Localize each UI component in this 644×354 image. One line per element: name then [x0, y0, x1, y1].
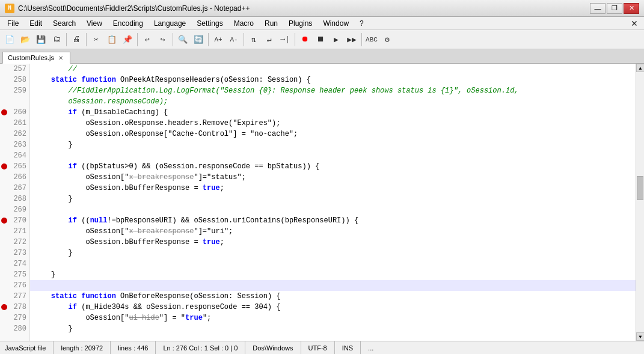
- menu-run[interactable]: Run: [260, 18, 283, 29]
- line-number-row: 280: [0, 323, 29, 334]
- tb-zoom-in[interactable]: A+: [211, 32, 225, 47]
- menu-help[interactable]: ?: [355, 18, 369, 29]
- tb-open[interactable]: 📂: [18, 32, 32, 47]
- line-number-row: 271: [0, 226, 29, 237]
- menu-encoding[interactable]: Encoding: [108, 18, 148, 29]
- tb-new[interactable]: 📄: [2, 32, 17, 47]
- breakpoint-dot: [1, 163, 7, 169]
- tb-play-x[interactable]: ▶▶: [345, 32, 359, 47]
- line-number-row: 258: [0, 75, 29, 85]
- line-number-row: 268: [0, 194, 29, 204]
- menu-close-x[interactable]: ✕: [627, 19, 642, 28]
- code-line: //FiddlerApplication.Log.LogFormat("Sess…: [30, 85, 636, 96]
- menu-view[interactable]: View: [82, 18, 107, 29]
- line-number: 279: [8, 314, 30, 322]
- tb-extra[interactable]: ⚙: [380, 32, 394, 47]
- tb-play[interactable]: ▶: [329, 32, 343, 47]
- tab-close-button[interactable]: ✕: [57, 53, 65, 62]
- menu-search[interactable]: Search: [48, 18, 81, 29]
- code-line: oSession.bBufferResponse = true;: [30, 237, 636, 248]
- line-number: 277: [8, 292, 30, 301]
- scroll-up-button[interactable]: ▲: [636, 64, 644, 72]
- tb-redo[interactable]: ↪: [156, 32, 170, 47]
- code-line: //: [30, 64, 636, 75]
- minimize-button[interactable]: —: [590, 3, 606, 14]
- scroll-track[interactable]: [636, 72, 644, 332]
- tb-print[interactable]: 🖨: [69, 32, 84, 47]
- tb-record[interactable]: ⏺: [298, 32, 312, 47]
- tb-indent[interactable]: →|: [278, 32, 292, 47]
- tb-sep5: [208, 33, 209, 46]
- menu-language[interactable]: Language: [149, 18, 191, 29]
- code-line: oSession["x-breakresponse"]="status";: [30, 172, 636, 183]
- tb-spell[interactable]: ABC: [364, 32, 379, 47]
- menu-window[interactable]: Window: [318, 18, 354, 29]
- line-number: 271: [8, 227, 30, 236]
- tb-sep8: [361, 33, 362, 46]
- line-number-row: 257: [0, 64, 29, 75]
- tb-saveall[interactable]: 🗂: [49, 32, 64, 47]
- line-number-row: 278: [0, 302, 29, 313]
- vertical-scrollbar[interactable]: ▲ ▼: [636, 64, 644, 341]
- line-number: 257: [8, 65, 30, 73]
- tb-save[interactable]: 💾: [34, 32, 48, 47]
- line-number: 270: [8, 216, 30, 225]
- line-number: 274: [8, 260, 30, 268]
- status-filetype: JavaScript file: [5, 341, 54, 354]
- tb-stop[interactable]: ⏹: [313, 32, 328, 47]
- line-number-row: 263: [0, 139, 29, 150]
- breakpoint-dot: [1, 304, 7, 310]
- status-lines: lines : 446: [111, 341, 156, 354]
- line-number: 276: [8, 281, 30, 290]
- menu-file[interactable]: File: [2, 18, 23, 29]
- tab-customrules[interactable]: CustomRules.js ✕: [2, 52, 70, 64]
- tb-sep3: [137, 33, 138, 46]
- line-number-row: 262: [0, 129, 29, 139]
- scroll-down-button[interactable]: ▼: [636, 332, 644, 341]
- code-line: oSession.oResponse.headers.Remove("Expir…: [30, 118, 636, 129]
- line-number-row: 261: [0, 118, 29, 129]
- tb-copy[interactable]: 📋: [105, 32, 119, 47]
- line-number: 263: [8, 141, 30, 149]
- line-number: 275: [8, 270, 30, 279]
- code-line: [30, 204, 636, 215]
- breakpoint-marker[interactable]: [0, 218, 8, 224]
- line-number-row: 259: [0, 85, 29, 96]
- tb-zoom-out[interactable]: A-: [227, 32, 241, 47]
- status-length: length : 20972: [54, 341, 111, 354]
- line-number-row: 272: [0, 237, 29, 248]
- line-number-row: 260: [0, 107, 29, 118]
- tb-sep1: [66, 33, 67, 46]
- status-insertmode: INS: [335, 341, 361, 354]
- tb-replace[interactable]: 🔄: [191, 32, 206, 47]
- code-line: if (m_Hide304s && oSession.responseCode …: [30, 302, 636, 313]
- tb-find[interactable]: 🔍: [176, 32, 190, 47]
- window-controls: — ❐ ✕: [590, 3, 639, 14]
- menu-macro[interactable]: Macro: [229, 18, 259, 29]
- code-line: [30, 280, 636, 291]
- tb-cut[interactable]: ✂: [89, 32, 103, 47]
- scroll-thumb[interactable]: [637, 176, 643, 200]
- tb-paste[interactable]: 📌: [120, 32, 135, 47]
- line-number-row: 274: [0, 258, 29, 269]
- tb-sync-scroll[interactable]: ⇅: [247, 32, 261, 47]
- code-line: }: [30, 139, 636, 150]
- tb-wrap[interactable]: ↵: [262, 32, 277, 47]
- breakpoint-marker[interactable]: [0, 109, 8, 115]
- restore-button[interactable]: ❐: [607, 3, 622, 14]
- code-content[interactable]: // static function OnPeekAtResponseHeade…: [30, 64, 636, 341]
- code-lines: // static function OnPeekAtResponseHeade…: [30, 64, 636, 334]
- breakpoint-marker[interactable]: [0, 304, 8, 310]
- menu-edit[interactable]: Edit: [25, 18, 47, 29]
- line-number: 265: [8, 162, 30, 171]
- close-button[interactable]: ✕: [624, 3, 639, 14]
- line-number: 273: [8, 249, 30, 257]
- menu-plugins[interactable]: Plugins: [284, 18, 317, 29]
- breakpoint-dot: [1, 218, 7, 224]
- title-text: C:\Users\Scott\Documents\Fiddler2\Script…: [18, 4, 250, 13]
- breakpoint-marker[interactable]: [0, 163, 8, 169]
- status-lineending: Dos\Windows: [245, 341, 301, 354]
- title-bar: N C:\Users\Scott\Documents\Fiddler2\Scri…: [0, 0, 644, 17]
- menu-settings[interactable]: Settings: [192, 18, 227, 29]
- tb-undo[interactable]: ↩: [140, 32, 155, 47]
